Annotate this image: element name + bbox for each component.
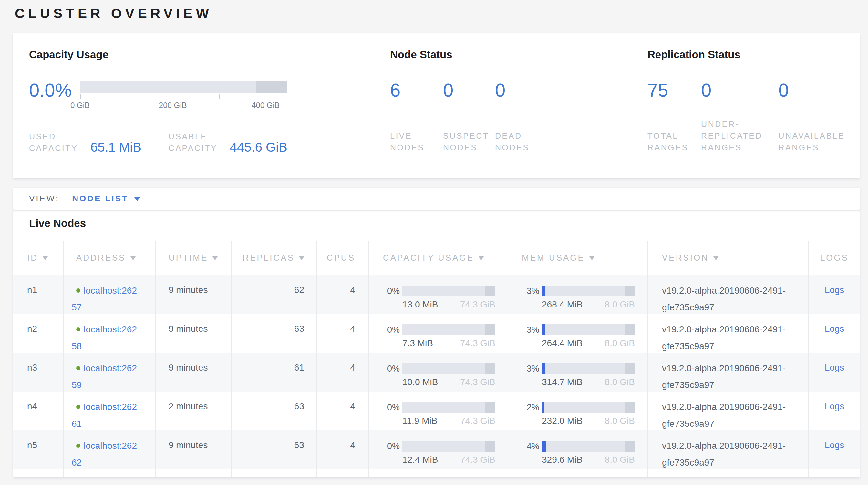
live-nodes-title: Live Nodes bbox=[13, 211, 860, 241]
empty-cell bbox=[13, 469, 64, 477]
usage-percent-label: 0% bbox=[378, 441, 400, 452]
usage-bar-end-segment bbox=[485, 324, 495, 335]
memory-usage-meter: 4%329.6 MiB8.0 GiB bbox=[518, 441, 635, 465]
node-address: localhost:26261 bbox=[72, 399, 138, 430]
capacity-usage-title: Capacity Usage bbox=[29, 49, 371, 61]
logs-link[interactable]: Logs bbox=[825, 324, 844, 334]
cell-capacity-usage: 0%12.4 MiB74.3 GiB bbox=[369, 430, 508, 469]
usage-percent-label: 3% bbox=[518, 286, 539, 296]
usage-total-value: 8.0 GiB bbox=[605, 455, 635, 465]
axis-label: 0 GiB bbox=[70, 101, 90, 110]
logs-link[interactable]: Logs bbox=[825, 285, 844, 295]
sort-descending-icon bbox=[713, 256, 718, 260]
cell-address: localhost:26262 bbox=[64, 430, 156, 469]
node-live-status-dot bbox=[76, 405, 81, 409]
total-ranges-stat: 75 TOTAL RANGES bbox=[647, 80, 701, 153]
cell-cpus: 4 bbox=[317, 353, 369, 392]
table-row: n4localhost:262612 minutes6340%11.9 MiB7… bbox=[13, 392, 860, 430]
usage-bar-used-segment bbox=[542, 363, 546, 374]
memory-usage-meter: 3%268.4 MiB8.0 GiB bbox=[518, 286, 635, 310]
sort-descending-icon bbox=[42, 256, 48, 260]
column-header-uptime[interactable]: UPTIME bbox=[156, 241, 232, 275]
column-header-replicas[interactable]: REPLICAS bbox=[232, 241, 317, 275]
column-header-label: VERSION bbox=[662, 253, 709, 263]
capacity-usage-card: Capacity Usage 0.0% 0 GiB 200 GiB bbox=[29, 49, 371, 154]
address-link[interactable]: localhost:26257 bbox=[72, 286, 137, 312]
view-dropdown[interactable]: NODE LIST bbox=[72, 194, 140, 204]
usage-bar-end-segment bbox=[485, 441, 495, 452]
usage-percent-label: 3% bbox=[518, 363, 539, 374]
cell-version: v19.2.0-alpha.20190606-2491-gfe735c9a97 bbox=[648, 275, 809, 314]
cell-node-id: n4 bbox=[13, 392, 64, 430]
column-header-capacity-usage[interactable]: CAPACITY USAGE bbox=[369, 241, 508, 275]
usage-bar bbox=[542, 286, 635, 296]
usage-used-value: 11.9 MiB bbox=[402, 416, 437, 426]
column-header-version[interactable]: VERSION bbox=[648, 241, 809, 275]
logs-link[interactable]: Logs bbox=[825, 401, 844, 411]
suspect-nodes-stat: 0 SUSPECT NODES bbox=[443, 80, 495, 153]
unavailable-ranges-stat: 0 UNAVAILABLE RANGES bbox=[779, 80, 855, 153]
usage-bar-end-segment bbox=[624, 402, 635, 413]
usage-percent-label: 0% bbox=[378, 363, 400, 374]
cell-address: localhost:26259 bbox=[64, 353, 156, 392]
node-live-status-dot bbox=[76, 327, 81, 332]
address-link[interactable]: localhost:26261 bbox=[72, 402, 137, 429]
logs-link[interactable]: Logs bbox=[825, 440, 844, 450]
column-header-label: MEM USAGE bbox=[522, 253, 585, 263]
under-replicated-ranges-label: UNDER-REPLICATED RANGES bbox=[701, 118, 778, 153]
logs-link[interactable]: Logs bbox=[825, 363, 844, 372]
used-capacity-label: USED CAPACITY bbox=[29, 131, 86, 154]
under-replicated-ranges-stat: 0 UNDER-REPLICATED RANGES bbox=[701, 80, 778, 153]
axis-tick bbox=[127, 94, 127, 98]
capacity-usage-meter: 0%12.4 MiB74.3 GiB bbox=[378, 441, 495, 465]
cell-mem-usage: 3%314.7 MiB8.0 GiB bbox=[508, 353, 648, 392]
address-link[interactable]: localhost:26262 bbox=[72, 441, 137, 467]
usage-used-value: 264.4 MiB bbox=[542, 338, 583, 348]
column-header-address[interactable]: ADDRESS bbox=[64, 241, 156, 275]
usage-bar-used-segment bbox=[542, 402, 545, 413]
node-address: localhost:26259 bbox=[72, 360, 138, 392]
cell-capacity-usage: 0%13.0 MiB74.3 GiB bbox=[369, 275, 508, 314]
usage-used-value: 232.0 MiB bbox=[542, 416, 583, 426]
cell-uptime: 9 minutes bbox=[156, 314, 232, 353]
memory-usage-meter: 3%264.4 MiB8.0 GiB bbox=[518, 324, 635, 348]
usage-used-value: 268.4 MiB bbox=[542, 299, 583, 310]
cell-mem-usage: 2%232.0 MiB8.0 GiB bbox=[508, 392, 648, 430]
empty-cell bbox=[317, 469, 369, 477]
usage-bar bbox=[402, 324, 495, 335]
cell-capacity-usage: 0%11.9 MiB74.3 GiB bbox=[369, 392, 508, 430]
address-link[interactable]: localhost:26258 bbox=[72, 324, 137, 351]
cell-node-id: n2 bbox=[13, 314, 64, 353]
usage-bar bbox=[402, 441, 495, 452]
empty-cell bbox=[809, 469, 860, 477]
column-header-mem-usage[interactable]: MEM USAGE bbox=[508, 241, 648, 275]
cell-capacity-usage: 0%7.3 MiB74.3 GiB bbox=[369, 314, 508, 353]
version-text: v19.2.0-alpha.20190606-2491-gfe735c9a97 bbox=[662, 282, 800, 314]
dead-nodes-count: 0 bbox=[495, 80, 553, 100]
node-status-title: Node Status bbox=[390, 49, 636, 61]
table-body: n1localhost:262579 minutes6240%13.0 MiB7… bbox=[13, 275, 860, 477]
usage-total-value: 74.3 GiB bbox=[460, 455, 495, 465]
column-header-id[interactable]: ID bbox=[13, 241, 64, 275]
under-replicated-ranges-count: 0 bbox=[701, 80, 778, 100]
capacity-bar-chart: 0 GiB 200 GiB 400 GiB bbox=[80, 82, 287, 111]
cell-node-id: n3 bbox=[13, 353, 64, 392]
suspect-nodes-label: SUSPECT NODES bbox=[443, 130, 495, 153]
cell-logs: Logs bbox=[809, 353, 860, 392]
cell-logs: Logs bbox=[809, 430, 860, 469]
column-header-label: CPUS bbox=[327, 253, 355, 263]
cell-uptime: 2 minutes bbox=[156, 392, 232, 430]
usage-bar-end-segment bbox=[485, 286, 495, 296]
column-header-label: UPTIME bbox=[168, 253, 208, 263]
usage-total-value: 8.0 GiB bbox=[605, 377, 635, 387]
column-header-label: ADDRESS bbox=[76, 253, 126, 263]
usage-bar-end-segment bbox=[485, 363, 495, 374]
cell-node-id: n1 bbox=[13, 275, 64, 314]
table-row: n3localhost:262599 minutes6140%10.0 MiB7… bbox=[13, 353, 860, 392]
empty-cell bbox=[369, 469, 508, 477]
sort-descending-icon bbox=[478, 256, 484, 260]
usage-percent-label: 4% bbox=[518, 441, 539, 452]
usage-used-value: 329.6 MiB bbox=[542, 455, 583, 465]
cell-uptime: 9 minutes bbox=[156, 430, 232, 469]
address-link[interactable]: localhost:26259 bbox=[72, 363, 137, 390]
